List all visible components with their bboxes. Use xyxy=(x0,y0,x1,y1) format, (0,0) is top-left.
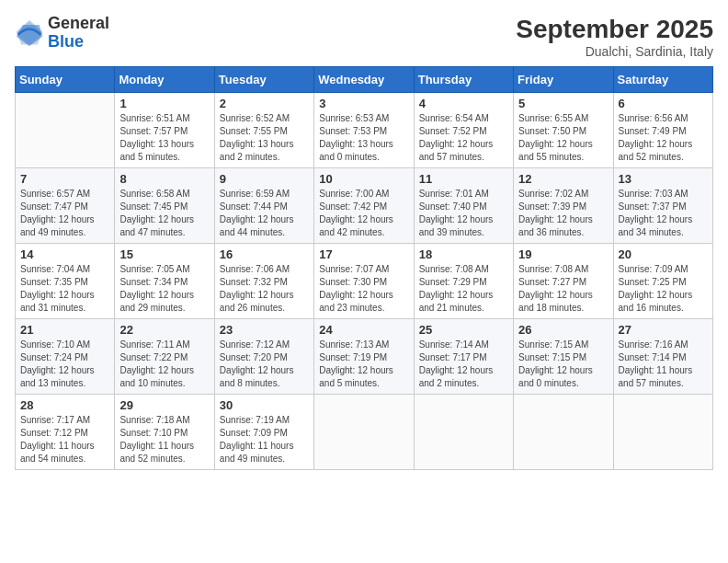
calendar-cell: 25Sunrise: 7:14 AM Sunset: 7:17 PM Dayli… xyxy=(414,319,513,395)
day-info: Sunrise: 7:00 AM Sunset: 7:42 PM Dayligh… xyxy=(319,188,408,239)
day-number: 24 xyxy=(319,323,408,337)
day-number: 29 xyxy=(119,398,209,412)
calendar-cell xyxy=(514,395,613,470)
day-number: 5 xyxy=(518,97,608,110)
calendar-cell: 3Sunrise: 6:53 AM Sunset: 7:53 PM Daylig… xyxy=(314,93,414,168)
col-header-friday: Friday xyxy=(514,67,613,93)
calendar-cell: 22Sunrise: 7:11 AM Sunset: 7:22 PM Dayli… xyxy=(115,319,214,395)
calendar-cell xyxy=(613,395,712,470)
calendar-cell: 2Sunrise: 6:52 AM Sunset: 7:55 PM Daylig… xyxy=(214,93,313,168)
calendar-week-2: 7Sunrise: 6:57 AM Sunset: 7:47 PM Daylig… xyxy=(16,168,713,244)
day-number: 25 xyxy=(419,323,508,337)
calendar-cell: 30Sunrise: 7:19 AM Sunset: 7:09 PM Dayli… xyxy=(214,395,313,470)
calendar-week-1: 1Sunrise: 6:51 AM Sunset: 7:57 PM Daylig… xyxy=(16,93,713,168)
day-info: Sunrise: 7:13 AM Sunset: 7:19 PM Dayligh… xyxy=(319,339,408,390)
calendar-cell: 1Sunrise: 6:51 AM Sunset: 7:57 PM Daylig… xyxy=(115,93,214,168)
location: Dualchi, Sardinia, Italy xyxy=(516,44,713,59)
day-number: 12 xyxy=(518,172,608,186)
calendar-cell: 9Sunrise: 6:59 AM Sunset: 7:44 PM Daylig… xyxy=(214,168,313,244)
day-info: Sunrise: 7:05 AM Sunset: 7:34 PM Dayligh… xyxy=(119,263,209,315)
calendar-cell: 17Sunrise: 7:07 AM Sunset: 7:30 PM Dayli… xyxy=(314,244,414,319)
day-number: 27 xyxy=(619,323,708,337)
calendar-cell xyxy=(314,395,414,470)
calendar-cell: 8Sunrise: 6:58 AM Sunset: 7:45 PM Daylig… xyxy=(115,168,214,244)
calendar-cell: 27Sunrise: 7:16 AM Sunset: 7:14 PM Dayli… xyxy=(613,319,712,395)
calendar-cell xyxy=(16,93,115,168)
calendar-header-row: SundayMondayTuesdayWednesdayThursdayFrid… xyxy=(16,67,713,93)
logo-icon xyxy=(15,18,44,48)
month-title: September 2025 xyxy=(516,15,713,44)
day-info: Sunrise: 6:53 AM Sunset: 7:53 PM Dayligh… xyxy=(319,112,408,164)
col-header-sunday: Sunday xyxy=(16,67,115,93)
day-number: 8 xyxy=(119,172,209,186)
day-number: 2 xyxy=(220,97,309,110)
day-info: Sunrise: 7:15 AM Sunset: 7:15 PM Dayligh… xyxy=(518,339,608,390)
day-number: 14 xyxy=(20,247,109,261)
day-number: 19 xyxy=(518,247,608,261)
calendar-cell: 15Sunrise: 7:05 AM Sunset: 7:34 PM Dayli… xyxy=(115,244,214,319)
calendar-cell: 20Sunrise: 7:09 AM Sunset: 7:25 PM Dayli… xyxy=(613,244,712,319)
day-number: 4 xyxy=(419,97,508,110)
day-number: 30 xyxy=(220,398,309,412)
col-header-saturday: Saturday xyxy=(613,67,712,93)
day-number: 9 xyxy=(220,172,309,186)
day-info: Sunrise: 7:06 AM Sunset: 7:32 PM Dayligh… xyxy=(220,263,309,315)
day-info: Sunrise: 6:56 AM Sunset: 7:49 PM Dayligh… xyxy=(619,112,708,164)
day-number: 1 xyxy=(119,97,209,110)
day-info: Sunrise: 6:59 AM Sunset: 7:44 PM Dayligh… xyxy=(220,188,309,239)
day-info: Sunrise: 6:55 AM Sunset: 7:50 PM Dayligh… xyxy=(518,112,608,164)
day-info: Sunrise: 7:17 AM Sunset: 7:12 PM Dayligh… xyxy=(20,414,109,465)
day-info: Sunrise: 6:58 AM Sunset: 7:45 PM Dayligh… xyxy=(119,188,209,239)
col-header-monday: Monday xyxy=(115,67,214,93)
day-number: 22 xyxy=(119,323,209,337)
calendar-cell: 7Sunrise: 6:57 AM Sunset: 7:47 PM Daylig… xyxy=(16,168,115,244)
day-info: Sunrise: 7:11 AM Sunset: 7:22 PM Dayligh… xyxy=(119,339,209,390)
day-info: Sunrise: 6:57 AM Sunset: 7:47 PM Dayligh… xyxy=(20,188,109,239)
calendar-cell: 28Sunrise: 7:17 AM Sunset: 7:12 PM Dayli… xyxy=(16,395,115,470)
day-number: 26 xyxy=(518,323,608,337)
calendar-cell: 13Sunrise: 7:03 AM Sunset: 7:37 PM Dayli… xyxy=(613,168,712,244)
day-info: Sunrise: 7:09 AM Sunset: 7:25 PM Dayligh… xyxy=(619,263,708,315)
title-block: September 2025 Dualchi, Sardinia, Italy xyxy=(516,15,713,59)
calendar-cell: 11Sunrise: 7:01 AM Sunset: 7:40 PM Dayli… xyxy=(414,168,513,244)
calendar-cell: 5Sunrise: 6:55 AM Sunset: 7:50 PM Daylig… xyxy=(514,93,613,168)
day-number: 23 xyxy=(220,323,309,337)
calendar-week-4: 21Sunrise: 7:10 AM Sunset: 7:24 PM Dayli… xyxy=(16,319,713,395)
calendar-cell: 18Sunrise: 7:08 AM Sunset: 7:29 PM Dayli… xyxy=(414,244,513,319)
page-header: General Blue September 2025 Dualchi, Sar… xyxy=(15,15,713,59)
day-number: 16 xyxy=(220,247,309,261)
logo-text: General Blue xyxy=(48,15,109,52)
calendar-cell xyxy=(414,395,513,470)
day-number: 6 xyxy=(619,97,708,110)
day-number: 15 xyxy=(119,247,209,261)
day-number: 28 xyxy=(20,398,109,412)
col-header-tuesday: Tuesday xyxy=(214,67,313,93)
day-number: 7 xyxy=(20,172,109,186)
calendar-cell: 4Sunrise: 6:54 AM Sunset: 7:52 PM Daylig… xyxy=(414,93,513,168)
calendar-cell: 6Sunrise: 6:56 AM Sunset: 7:49 PM Daylig… xyxy=(613,93,712,168)
col-header-thursday: Thursday xyxy=(414,67,513,93)
day-info: Sunrise: 7:14 AM Sunset: 7:17 PM Dayligh… xyxy=(419,339,508,390)
day-info: Sunrise: 6:54 AM Sunset: 7:52 PM Dayligh… xyxy=(419,112,508,164)
calendar-cell: 14Sunrise: 7:04 AM Sunset: 7:35 PM Dayli… xyxy=(16,244,115,319)
day-info: Sunrise: 7:02 AM Sunset: 7:39 PM Dayligh… xyxy=(518,188,608,239)
day-info: Sunrise: 6:51 AM Sunset: 7:57 PM Dayligh… xyxy=(119,112,209,164)
day-info: Sunrise: 7:03 AM Sunset: 7:37 PM Dayligh… xyxy=(619,188,708,239)
logo: General Blue xyxy=(15,15,109,52)
day-info: Sunrise: 7:08 AM Sunset: 7:27 PM Dayligh… xyxy=(518,263,608,315)
day-info: Sunrise: 7:18 AM Sunset: 7:10 PM Dayligh… xyxy=(119,414,209,465)
day-number: 11 xyxy=(419,172,508,186)
calendar-cell: 16Sunrise: 7:06 AM Sunset: 7:32 PM Dayli… xyxy=(214,244,313,319)
day-number: 17 xyxy=(319,247,408,261)
calendar-cell: 10Sunrise: 7:00 AM Sunset: 7:42 PM Dayli… xyxy=(314,168,414,244)
day-info: Sunrise: 6:52 AM Sunset: 7:55 PM Dayligh… xyxy=(220,112,309,164)
calendar-cell: 12Sunrise: 7:02 AM Sunset: 7:39 PM Dayli… xyxy=(514,168,613,244)
calendar-cell: 24Sunrise: 7:13 AM Sunset: 7:19 PM Dayli… xyxy=(314,319,414,395)
day-info: Sunrise: 7:10 AM Sunset: 7:24 PM Dayligh… xyxy=(20,339,109,390)
day-info: Sunrise: 7:16 AM Sunset: 7:14 PM Dayligh… xyxy=(619,339,708,390)
calendar-week-5: 28Sunrise: 7:17 AM Sunset: 7:12 PM Dayli… xyxy=(16,395,713,470)
day-info: Sunrise: 7:12 AM Sunset: 7:20 PM Dayligh… xyxy=(220,339,309,390)
calendar-cell: 29Sunrise: 7:18 AM Sunset: 7:10 PM Dayli… xyxy=(115,395,214,470)
day-info: Sunrise: 7:19 AM Sunset: 7:09 PM Dayligh… xyxy=(220,414,309,465)
day-number: 10 xyxy=(319,172,408,186)
